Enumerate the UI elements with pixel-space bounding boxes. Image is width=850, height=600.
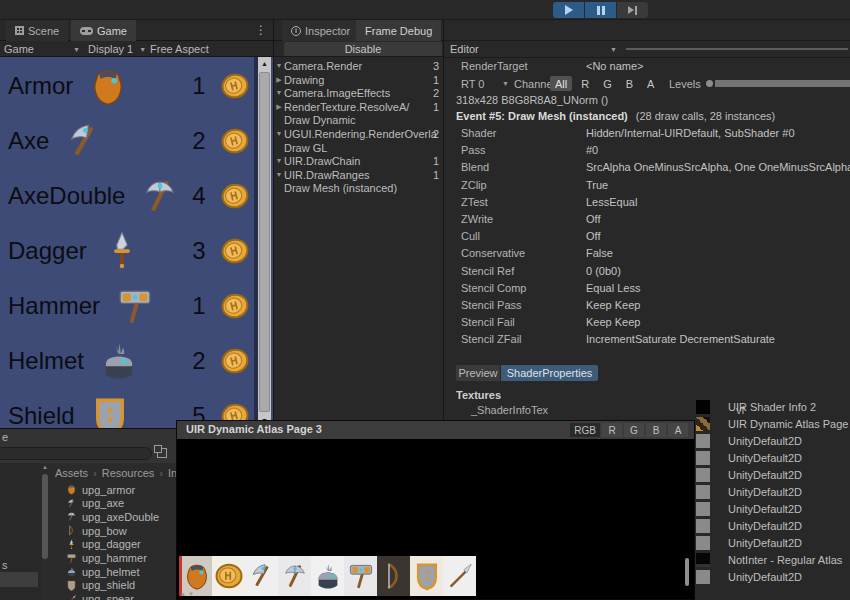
texture-row[interactable]: NotInter - Regular Atlas — [696, 552, 842, 568]
tree-expand-icon[interactable] — [274, 154, 284, 168]
tree-row[interactable]: Draw GL — [274, 141, 443, 155]
asset-row[interactable]: upg_dagger — [66, 538, 141, 551]
asset-row[interactable]: upg_spear — [66, 593, 134, 600]
tree-row-label: UIR.DrawChain — [284, 154, 443, 168]
scrollbar-thumb[interactable] — [42, 474, 48, 559]
channel-button[interactable]: R — [576, 76, 594, 91]
scroll-up-icon[interactable]: ▲ — [41, 464, 49, 470]
shop-item-row[interactable]: Axe 2 — [0, 116, 257, 166]
asset-row[interactable]: upg_axeDouble — [66, 510, 159, 523]
tree-expand-icon[interactable] — [274, 127, 284, 141]
preview-channel-button[interactable]: R — [602, 423, 622, 437]
pick-window-icon[interactable] — [157, 448, 167, 458]
texture-row[interactable]: UnityDefault2D — [696, 501, 802, 517]
tree-expand-icon[interactable] — [274, 168, 284, 182]
channel-button[interactable]: All — [550, 76, 572, 91]
tree-row[interactable]: Draw Dynamic — [274, 113, 443, 127]
asset-row[interactable]: upg_shield — [66, 579, 135, 592]
asset-row[interactable]: upg_armor — [66, 483, 135, 496]
tab-game[interactable]: Game — [71, 20, 136, 41]
coin-icon[interactable] — [217, 68, 253, 104]
tree-row[interactable]: UIR.DrawRanges 1 — [274, 168, 443, 182]
editor-dropdown[interactable]: Editor ▼ — [450, 43, 479, 55]
shop-item-row[interactable]: Hammer 1 — [0, 281, 257, 331]
preview-scrollbar-thumb[interactable] — [685, 558, 689, 586]
preview-channel-button[interactable]: A — [668, 423, 688, 437]
shader-properties-button[interactable]: ShaderProperties — [501, 365, 598, 381]
coin-icon[interactable] — [217, 178, 253, 214]
aspect-menu[interactable]: Free Aspect — [150, 43, 209, 55]
tree-row[interactable]: UGUI.Rendering.RenderOverla 2 — [274, 127, 443, 141]
shop-item-row[interactable]: AxeDouble 4 — [0, 171, 257, 221]
breadcrumb-item[interactable]: Inv — [168, 467, 176, 479]
tree-row-count: 1 — [433, 168, 439, 182]
kebab-menu-icon[interactable]: ⋮ — [255, 23, 267, 37]
selected-folder-row[interactable] — [0, 572, 38, 587]
scroll-up-icon[interactable]: ▲ — [258, 57, 271, 71]
project-scrollbar[interactable]: ▲ — [41, 463, 49, 600]
texture-row[interactable]: UnityDefault2D — [696, 569, 802, 585]
texture-row[interactable]: UIR Shader Info 2 — [696, 399, 816, 415]
game-view-menu[interactable]: Game ▼ — [4, 43, 80, 55]
coin-icon[interactable] — [217, 233, 253, 269]
pause-button[interactable] — [585, 2, 616, 18]
texture-row[interactable]: UnityDefault2D — [696, 535, 802, 551]
rt-dropdown[interactable]: RT 0 — [461, 78, 484, 90]
tree-row[interactable]: RenderTexture.ResolveA/ 1 — [274, 100, 443, 114]
texture-row[interactable]: UnityDefault2D — [696, 433, 802, 449]
tab-scene[interactable]: Scene — [6, 20, 68, 41]
property-value: #0 — [586, 144, 598, 156]
play-button[interactable] — [553, 2, 584, 18]
channel-button[interactable]: G — [598, 76, 617, 91]
atlas-sprite — [443, 556, 476, 596]
preview-channel-button[interactable]: G — [624, 423, 644, 437]
asset-row[interactable]: upg_axe — [66, 497, 124, 510]
tree-expand-icon[interactable] — [274, 59, 284, 73]
preview-channel-button[interactable]: RGB — [570, 423, 600, 437]
shop-item-row[interactable]: Armor 1 — [0, 61, 257, 111]
breadcrumb-item[interactable]: Assets — [55, 467, 88, 479]
step-button[interactable] — [617, 2, 648, 18]
property-value: Off — [586, 213, 600, 225]
search-input[interactable] — [0, 447, 152, 460]
strip-scroll-arrows[interactable]: ▲▼ — [180, 591, 196, 597]
coin-icon[interactable] — [217, 343, 253, 379]
shop-item-row[interactable]: Dagger 3 — [0, 226, 257, 276]
tree-row[interactable]: Drawing 1 — [274, 73, 443, 87]
breadcrumb-item[interactable]: Resources — [102, 467, 155, 479]
texture-row[interactable]: UIR Dynamic Atlas Page — [696, 416, 848, 432]
scrollbar-thumb[interactable] — [259, 72, 270, 412]
item-icon — [98, 340, 140, 382]
preview-titlebar[interactable]: UIR Dynamic Atlas Page 3 RGBRGBA — [177, 421, 694, 439]
tree-row[interactable]: Camera.ImageEffects 2 — [274, 86, 443, 100]
texture-row[interactable]: UnityDefault2D — [696, 467, 802, 483]
shop-item-row[interactable]: Helmet 2 — [0, 336, 257, 386]
texture-row[interactable]: UnityDefault2D — [696, 450, 802, 466]
tree-expand-icon[interactable] — [274, 100, 284, 114]
preview-button[interactable]: Preview — [456, 365, 500, 381]
tab-frame-debug[interactable]: Frame Debug — [356, 20, 441, 41]
asset-row[interactable]: upg_helmet — [66, 565, 140, 578]
event-title: Event #5: Draw Mesh (instanced) — [456, 110, 628, 122]
coin-icon[interactable] — [217, 123, 253, 159]
display-menu[interactable]: Display 1 ▼ — [88, 43, 146, 55]
coin-icon[interactable] — [217, 288, 253, 324]
asset-row[interactable]: upg_hammer — [66, 552, 147, 565]
channel-button[interactable]: A — [642, 76, 659, 91]
disable-button[interactable]: Disable — [284, 42, 442, 56]
channel-button[interactable]: B — [621, 76, 638, 91]
tree-row[interactable]: UIR.DrawChain 1 — [274, 154, 443, 168]
property-value: Keep Keep — [586, 316, 640, 328]
tree-row[interactable]: Draw Mesh (instanced) — [274, 181, 443, 195]
tree-expand-icon[interactable] — [274, 73, 284, 87]
texture-row[interactable]: UnityDefault2D — [696, 484, 802, 500]
tree-expand-icon[interactable] — [274, 86, 284, 100]
texture-row[interactable]: UnityDefault2D — [696, 518, 802, 534]
tree-row[interactable]: Camera.Render 3 — [274, 59, 443, 73]
game-view-scrollbar[interactable]: ▲ ▼ — [258, 57, 271, 428]
asset-icon — [66, 539, 77, 550]
tab-inspector[interactable]: i Inspector — [282, 20, 359, 41]
preview-channel-button[interactable]: B — [646, 423, 666, 437]
asset-row[interactable]: upg_bow — [66, 524, 127, 537]
property-value: 0 (0b0) — [586, 265, 621, 277]
